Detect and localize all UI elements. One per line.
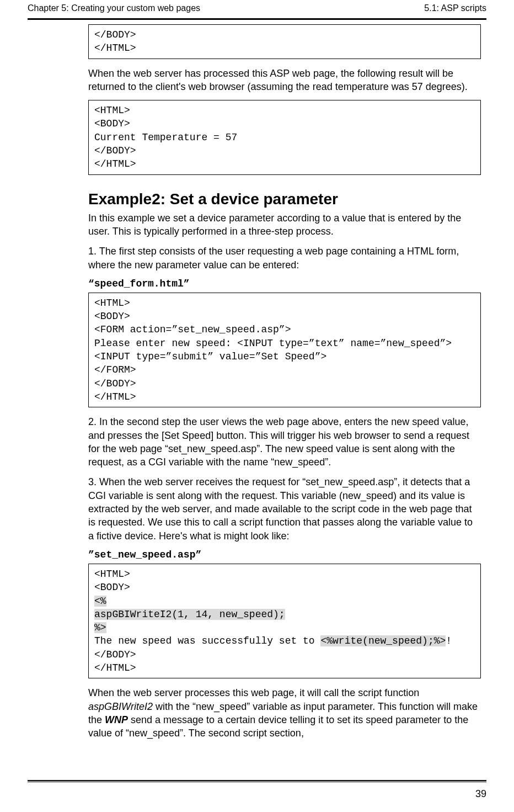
function-name: aspGBIWriteI2 bbox=[88, 701, 153, 712]
main-content: </BODY> </HTML> When the web server has … bbox=[88, 20, 481, 740]
code-block-result-html: <HTML> <BODY> Current Temperature = 57 <… bbox=[88, 100, 481, 174]
header-left: Chapter 5: Creating your custom web page… bbox=[28, 3, 200, 13]
text-run: When the web server processes this web p… bbox=[88, 687, 419, 698]
code-line: </BODY> bbox=[94, 649, 136, 660]
code-highlight-call: aspGBIWriteI2(1, 14, new_speed); bbox=[94, 609, 285, 620]
page-header: Chapter 5: Creating your custom web page… bbox=[28, 0, 486, 18]
footer-rule-thick bbox=[28, 780, 486, 781]
page-number: 39 bbox=[475, 788, 486, 800]
paragraph-example2-intro: In this example we set a device paramete… bbox=[88, 211, 481, 238]
footer-rule bbox=[28, 780, 486, 782]
text-run: send a message to a certain device telli… bbox=[88, 714, 468, 739]
code-line: </HTML> bbox=[94, 662, 136, 673]
code-highlight-close: %> bbox=[94, 622, 106, 633]
code-line: <HTML> bbox=[94, 569, 130, 580]
code-text: ! bbox=[446, 635, 452, 646]
header-right: 5.1: ASP scripts bbox=[424, 3, 486, 13]
code-text: The new speed was successfully set to bbox=[94, 635, 320, 646]
paragraph-step2: 2. In the second step the user views the… bbox=[88, 415, 481, 469]
paragraph-result-intro: When the web server has processed this A… bbox=[88, 67, 481, 94]
code-highlight-write: <%write(new_speed);%> bbox=[320, 635, 446, 646]
code-block-speed-form: <HTML> <BODY> <FORM action=”set_new_spee… bbox=[88, 293, 481, 407]
code-highlight-open: <% bbox=[94, 596, 106, 607]
filename-set-new-speed: ”set_new_speed.asp” bbox=[88, 549, 481, 560]
code-line: <BODY> bbox=[94, 582, 130, 593]
paragraph-step3: 3. When the web server receives the requ… bbox=[88, 475, 481, 542]
paragraph-explanation: When the web server processes this web p… bbox=[88, 686, 481, 740]
code-block-closing-tags: </BODY> </HTML> bbox=[88, 24, 481, 59]
code-block-set-new-speed: <HTML> <BODY> <% aspGBIWriteI2(1, 14, ne… bbox=[88, 564, 481, 678]
heading-example2: Example2: Set a device parameter bbox=[88, 190, 481, 208]
filename-speed-form: “speed_form.html” bbox=[88, 278, 481, 289]
footer-rule-thin bbox=[28, 782, 486, 782]
paragraph-step1: 1. The first step consists of the user r… bbox=[88, 245, 481, 272]
product-abbrev: WNP bbox=[105, 714, 128, 725]
